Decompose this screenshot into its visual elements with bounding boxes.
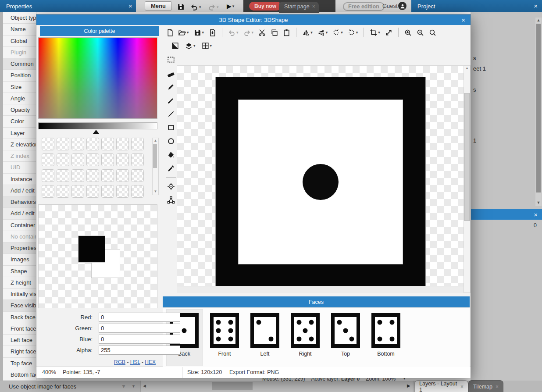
subpanel-close-icon[interactable]: × [534, 211, 538, 218]
property-row[interactable]: Face visibility [0, 300, 36, 311]
property-row[interactable]: Z index [0, 150, 36, 162]
canvas-vscrollbar[interactable]: ▲ [464, 65, 471, 293]
property-row[interactable]: Top face [0, 358, 36, 369]
property-row[interactable]: Common [0, 58, 36, 70]
property-row[interactable]: Behaviors [0, 196, 36, 208]
avatar[interactable] [398, 2, 406, 10]
color-swatch[interactable] [57, 185, 69, 198]
project-tree-item-clipped[interactable]: eet 1 [473, 65, 486, 72]
color-swatch[interactable] [71, 138, 84, 150]
tab-tilemap[interactable]: Tilemap × [468, 380, 503, 392]
start-page-close-icon[interactable]: × [312, 4, 315, 10]
hsl-link[interactable]: HSL [130, 359, 140, 365]
rotate-cw-button[interactable]: ▾ [347, 28, 359, 37]
horizontal-scrollbar-thumb[interactable] [212, 382, 253, 390]
zoom-out-button[interactable] [416, 28, 425, 37]
property-row[interactable]: Plugin [0, 47, 36, 58]
value-slider-marker[interactable] [93, 130, 99, 134]
color-swatch[interactable] [86, 169, 99, 182]
color-swatch[interactable] [86, 138, 99, 150]
scroll-down-icon[interactable]: ▼ [535, 200, 542, 205]
face-tile-left[interactable]: Left [250, 313, 279, 357]
canvas-scrollbar-thumb[interactable] [464, 93, 470, 221]
color-field-input[interactable] [99, 335, 180, 344]
tab-close-icon[interactable]: × [496, 384, 499, 390]
color-swatch[interactable] [131, 153, 144, 166]
property-row[interactable]: Back face [0, 312, 36, 323]
property-row[interactable]: Add / edit [0, 185, 36, 196]
face-tile-right[interactable]: Right [291, 313, 320, 357]
property-row[interactable]: Opacity [0, 104, 36, 116]
panel-expand-icon[interactable]: ▶ [407, 383, 410, 388]
property-row[interactable]: Angle [0, 93, 36, 104]
property-row[interactable]: UID [0, 162, 36, 173]
foreground-color-swatch[interactable] [78, 235, 105, 263]
property-row[interactable]: Global [0, 36, 36, 47]
property-row[interactable]: Images [0, 254, 36, 265]
background-color-button[interactable] [171, 41, 180, 50]
swatch-scrollbar[interactable]: ▲ ▼ [152, 138, 159, 195]
property-row[interactable]: Shape [0, 266, 36, 277]
image-points-tool[interactable] [166, 195, 176, 205]
color-swatch[interactable] [101, 138, 114, 150]
property-row[interactable]: Initially visible [0, 289, 36, 300]
undo-button[interactable]: ▾ [189, 2, 202, 12]
zoom-in-button[interactable] [403, 28, 413, 37]
color-swatch[interactable] [101, 185, 114, 198]
fill-tool[interactable] [166, 150, 176, 160]
select-tool[interactable] [166, 55, 176, 64]
undo-dropdown-icon[interactable]: ▾ [199, 5, 201, 9]
color-swatch[interactable] [131, 185, 144, 198]
undo-dropdown-icon[interactable]: ▾ [236, 30, 239, 35]
redo-dropdown-icon[interactable]: ▾ [217, 5, 219, 9]
property-row[interactable]: Size [0, 82, 36, 93]
flip-vertical-button[interactable]: ▾ [317, 28, 329, 37]
color-swatch[interactable] [71, 185, 84, 198]
preview-button[interactable]: ▶▾ [226, 2, 235, 11]
scroll-up-icon[interactable]: ▲ [153, 138, 158, 143]
properties-close-icon[interactable]: × [128, 3, 132, 9]
property-row[interactable]: Z height [0, 277, 36, 289]
color-swatch[interactable] [116, 153, 129, 166]
face-tile-bottom[interactable]: Bottom [371, 313, 400, 357]
project-scrollbar-thumb[interactable] [536, 24, 541, 192]
hex-link[interactable]: HEX [145, 359, 156, 365]
color-field-input[interactable] [99, 346, 180, 355]
cut-button[interactable] [257, 28, 267, 37]
property-row[interactable]: Name [0, 24, 36, 35]
brush-tool[interactable] [166, 96, 176, 105]
preview-dropdown-icon[interactable]: ▾ [232, 4, 235, 8]
property-row[interactable]: No container [0, 231, 36, 242]
color-swatch[interactable] [71, 169, 84, 182]
color-swatch[interactable] [116, 138, 129, 150]
paste-button[interactable] [282, 28, 291, 37]
rotate-ccw-dropdown-icon[interactable]: ▾ [341, 30, 343, 35]
ellipse-tool[interactable] [166, 136, 176, 146]
scroll-left-icon[interactable]: ◀ [143, 384, 146, 388]
dialog-titlebar[interactable]: 3D Shape Editor: 3DShape × [36, 14, 471, 25]
save-image-button[interactable]: ▾ [193, 28, 205, 37]
property-row[interactable]: Front face [0, 323, 36, 335]
property-row[interactable]: Layer [0, 128, 36, 139]
face-tile-top[interactable]: Top [331, 313, 360, 357]
layers-dropdown-icon[interactable]: ▾ [193, 43, 196, 48]
project-close-icon[interactable]: × [534, 3, 538, 9]
canvas-hscrollbar[interactable] [177, 286, 464, 293]
zoom-reset-button[interactable] [428, 28, 437, 37]
property-row[interactable]: Z elevation [0, 139, 36, 150]
property-row[interactable]: Left face [0, 335, 36, 346]
color-swatch[interactable] [42, 185, 54, 198]
open-button[interactable]: ▾ [178, 28, 190, 37]
property-row[interactable]: Instance [0, 174, 36, 185]
dropdown-button-icon[interactable]: ▼ [132, 384, 136, 388]
undo-edit-button[interactable]: ▾ [227, 28, 239, 37]
save-dropdown-icon[interactable]: ▾ [202, 30, 204, 35]
tab-layers-layout[interactable]: Layers - Layout 1 × [414, 380, 468, 392]
color-swatch[interactable] [86, 185, 99, 198]
value-gradient-slider[interactable] [38, 122, 157, 129]
project-scrollbar[interactable]: ▲ ▼ [535, 18, 542, 206]
redo-edit-button[interactable]: ▾ [242, 28, 255, 37]
color-swatch[interactable] [42, 153, 54, 166]
scroll-down-icon[interactable]: ▼ [153, 189, 158, 194]
open-dropdown-icon[interactable]: ▾ [187, 30, 189, 35]
